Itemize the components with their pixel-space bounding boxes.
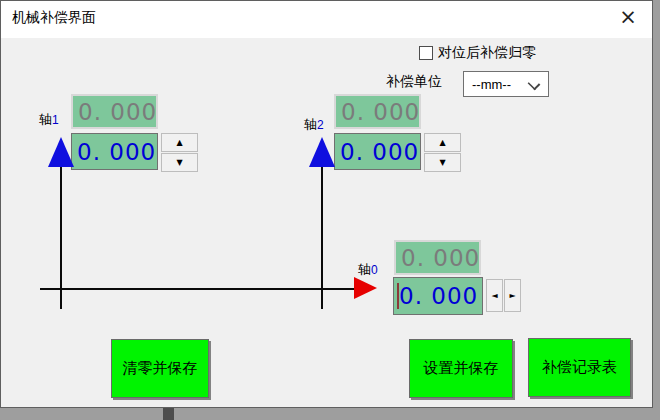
- unit-select[interactable]: --mm--: [463, 71, 549, 97]
- triangle-down-icon: ▼: [439, 158, 445, 167]
- triangle-down-icon: ▼: [176, 158, 182, 167]
- triangle-right-icon: ►: [509, 291, 515, 300]
- screen: { "window": { "title": "机械补偿界面" }, "icon…: [0, 0, 660, 420]
- set-and-save-button[interactable]: 设置并保存: [409, 339, 513, 398]
- compensation-record-table-button[interactable]: 补偿记录表: [528, 338, 631, 397]
- axis1-up-arrow-icon: [48, 137, 74, 167]
- axis0-readout: 0. 000: [394, 240, 481, 275]
- unit-selected-value: --mm--: [472, 77, 511, 92]
- axis0-spinner: ◄ ►: [486, 279, 521, 312]
- axis1-label: 轴1: [39, 111, 59, 129]
- mechanical-compensation-dialog: 机械补偿界面 × 对位后补偿归零 补偿单位 --mm-- 轴1 0. 000 0…: [0, 0, 653, 408]
- window-title: 机械补偿界面: [12, 9, 96, 27]
- axis0-spin-left-button[interactable]: ◄: [486, 279, 503, 312]
- axis2-up-arrow-icon: [309, 137, 335, 167]
- text-caret: [397, 283, 399, 309]
- chevron-down-icon: [528, 78, 541, 91]
- axis2-spin-down-button[interactable]: ▼: [424, 153, 461, 172]
- axis1-spinner: ▲ ▼: [161, 133, 198, 172]
- axis1-input[interactable]: 0. 000: [71, 133, 158, 170]
- unit-label: 补偿单位: [386, 73, 442, 91]
- axis1-spin-down-button[interactable]: ▼: [161, 153, 198, 172]
- zero-after-align-row: 对位后补偿归零: [419, 44, 536, 62]
- axis0-input[interactable]: 0. 000: [393, 277, 483, 315]
- background-window-fragment: [163, 408, 174, 420]
- axis1-readout: 0. 000: [71, 94, 158, 129]
- clear-and-save-button[interactable]: 清零并保存: [111, 339, 209, 398]
- triangle-left-icon: ◄: [491, 291, 497, 300]
- axis1-spin-up-button[interactable]: ▲: [161, 133, 198, 152]
- triangle-up-icon: ▲: [176, 138, 182, 147]
- axis2-input[interactable]: 0. 000: [334, 133, 421, 170]
- zero-after-align-checkbox[interactable]: [419, 46, 433, 60]
- axis2-spin-up-button[interactable]: ▲: [424, 133, 461, 152]
- axis2-label: 轴2: [304, 116, 324, 134]
- axis2-spinner: ▲ ▼: [424, 133, 461, 172]
- close-button[interactable]: ×: [609, 3, 647, 31]
- axis0-axis-line: [40, 288, 354, 290]
- axis2-readout: 0. 000: [334, 94, 421, 129]
- axis0-right-arrow-icon: [354, 277, 377, 299]
- axis0-spin-right-button[interactable]: ►: [504, 279, 521, 312]
- title-bar[interactable]: 机械补偿界面 ×: [1, 1, 652, 38]
- close-icon: ×: [619, 5, 637, 29]
- axis0-label: 轴0: [358, 261, 378, 279]
- zero-after-align-label: 对位后补偿归零: [438, 44, 536, 62]
- triangle-up-icon: ▲: [439, 138, 445, 147]
